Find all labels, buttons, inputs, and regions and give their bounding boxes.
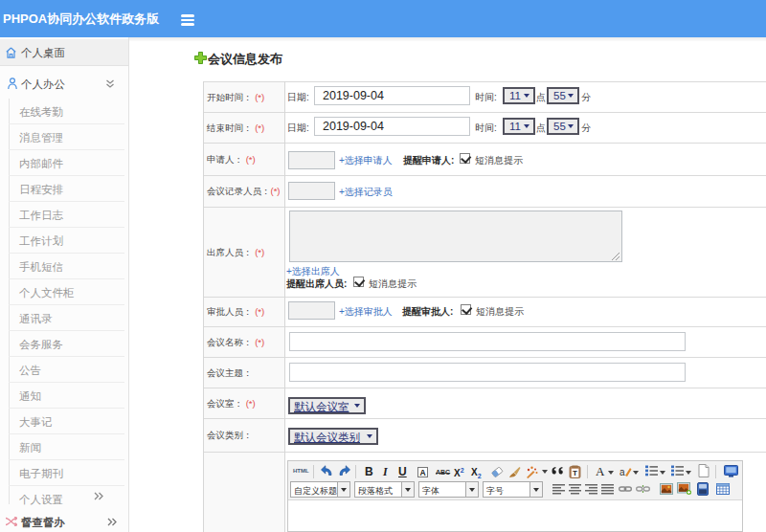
svg-text:a: a [620,467,625,477]
svg-text:T: T [573,469,577,477]
